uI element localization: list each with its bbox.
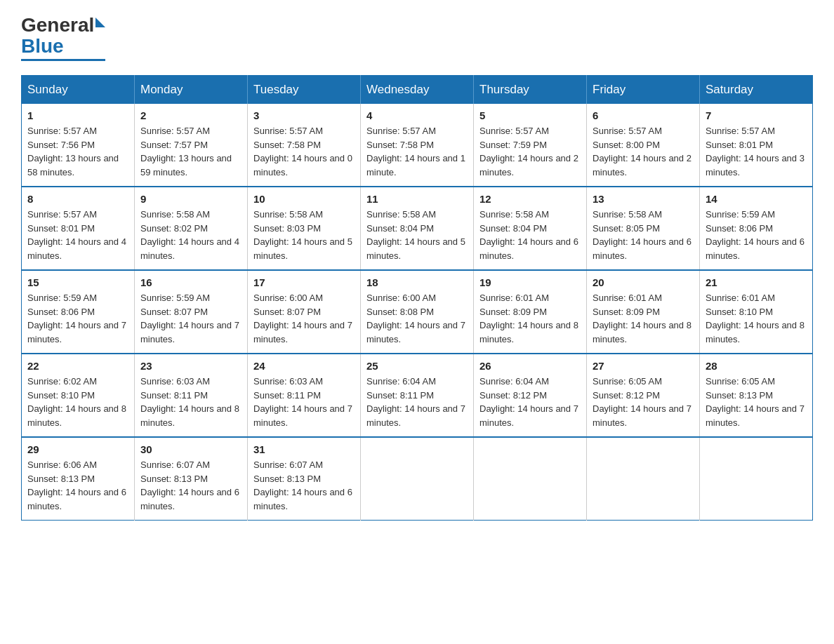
day-info: Sunrise: 5:57 AMSunset: 7:57 PMDaylight:… [140,124,241,179]
day-info: Sunrise: 6:04 AMSunset: 8:12 PMDaylight:… [479,375,581,429]
day-info: Sunrise: 5:59 AMSunset: 8:06 PMDaylight:… [706,208,807,262]
calendar-cell: 20Sunrise: 6:01 AMSunset: 8:09 PMDayligh… [587,270,700,354]
day-info: Sunrise: 6:01 AMSunset: 8:09 PMDaylight:… [593,291,694,346]
weekday-header-row: SundayMondayTuesdayWednesdayThursdayFrid… [22,76,813,105]
day-number: 9 [140,193,241,205]
day-info: Sunrise: 6:07 AMSunset: 8:13 PMDaylight:… [140,458,241,513]
day-number: 5 [479,109,581,121]
calendar-cell: 16Sunrise: 5:59 AMSunset: 8:07 PMDayligh… [135,270,248,354]
day-number: 28 [706,360,807,372]
calendar-cell: 2Sunrise: 5:57 AMSunset: 7:57 PMDaylight… [135,104,248,187]
day-number: 27 [593,360,694,372]
calendar-cell [700,437,813,521]
day-number: 25 [366,360,468,372]
calendar-cell: 31Sunrise: 6:07 AMSunset: 8:13 PMDayligh… [248,437,361,521]
day-number: 14 [706,193,807,205]
calendar-cell: 17Sunrise: 6:00 AMSunset: 8:07 PMDayligh… [248,270,361,354]
day-number: 23 [140,360,241,372]
day-info: Sunrise: 6:07 AMSunset: 8:13 PMDaylight:… [253,458,355,513]
calendar-cell: 10Sunrise: 5:58 AMSunset: 8:03 PMDayligh… [248,187,361,270]
day-info: Sunrise: 5:58 AMSunset: 8:04 PMDaylight:… [479,208,581,262]
day-info: Sunrise: 6:06 AMSunset: 8:13 PMDaylight:… [27,458,128,513]
day-number: 10 [253,193,355,205]
day-number: 19 [479,276,581,288]
weekday-header-saturday: Saturday [700,76,813,105]
day-number: 26 [479,360,581,372]
calendar-cell [361,437,474,521]
day-info: Sunrise: 5:58 AMSunset: 8:05 PMDaylight:… [593,208,694,262]
day-number: 17 [253,276,355,288]
day-info: Sunrise: 6:03 AMSunset: 8:11 PMDaylight:… [253,375,355,429]
logo-triangle-icon [95,18,105,27]
calendar-cell: 18Sunrise: 6:00 AMSunset: 8:08 PMDayligh… [361,270,474,354]
calendar-week-row: 15Sunrise: 5:59 AMSunset: 8:06 PMDayligh… [22,270,813,354]
weekday-header-thursday: Thursday [474,76,587,105]
day-number: 11 [366,193,468,205]
weekday-header-tuesday: Tuesday [248,76,361,105]
day-info: Sunrise: 5:58 AMSunset: 8:04 PMDaylight:… [366,208,468,262]
day-info: Sunrise: 6:05 AMSunset: 8:13 PMDaylight:… [706,375,807,429]
day-number: 21 [706,276,807,288]
calendar-cell: 5Sunrise: 5:57 AMSunset: 7:59 PMDaylight… [474,104,587,187]
day-info: Sunrise: 5:57 AMSunset: 7:58 PMDaylight:… [366,124,468,179]
calendar-cell: 19Sunrise: 6:01 AMSunset: 8:09 PMDayligh… [474,270,587,354]
calendar-cell: 7Sunrise: 5:57 AMSunset: 8:01 PMDaylight… [700,104,813,187]
calendar-cell: 21Sunrise: 6:01 AMSunset: 8:10 PMDayligh… [700,270,813,354]
day-info: Sunrise: 6:00 AMSunset: 8:07 PMDaylight:… [253,291,355,346]
calendar-cell: 13Sunrise: 5:58 AMSunset: 8:05 PMDayligh… [587,187,700,270]
calendar-cell [587,437,700,521]
calendar-week-row: 22Sunrise: 6:02 AMSunset: 8:10 PMDayligh… [22,354,813,437]
day-info: Sunrise: 6:00 AMSunset: 8:08 PMDaylight:… [366,291,468,346]
day-number: 18 [366,276,468,288]
calendar-cell: 1Sunrise: 5:57 AMSunset: 7:56 PMDaylight… [22,104,135,187]
day-number: 16 [140,276,241,288]
calendar-cell: 9Sunrise: 5:58 AMSunset: 8:02 PMDaylight… [135,187,248,270]
day-number: 4 [366,109,468,121]
logo-underline [21,59,105,61]
calendar-cell: 26Sunrise: 6:04 AMSunset: 8:12 PMDayligh… [474,354,587,437]
calendar-cell: 11Sunrise: 5:58 AMSunset: 8:04 PMDayligh… [361,187,474,270]
day-info: Sunrise: 5:57 AMSunset: 7:58 PMDaylight:… [253,124,355,179]
calendar-cell: 23Sunrise: 6:03 AMSunset: 8:11 PMDayligh… [135,354,248,437]
calendar-cell: 6Sunrise: 5:57 AMSunset: 8:00 PMDaylight… [587,104,700,187]
day-number: 6 [593,109,694,121]
day-info: Sunrise: 6:01 AMSunset: 8:10 PMDaylight:… [706,291,807,346]
calendar-cell: 15Sunrise: 5:59 AMSunset: 8:06 PMDayligh… [22,270,135,354]
day-number: 24 [253,360,355,372]
calendar-week-row: 1Sunrise: 5:57 AMSunset: 7:56 PMDaylight… [22,104,813,187]
calendar-cell: 29Sunrise: 6:06 AMSunset: 8:13 PMDayligh… [22,437,135,521]
logo: General Blue [21,14,105,61]
day-info: Sunrise: 6:05 AMSunset: 8:12 PMDaylight:… [593,375,694,429]
day-number: 8 [27,193,128,205]
day-info: Sunrise: 6:03 AMSunset: 8:11 PMDaylight:… [140,375,241,429]
day-number: 31 [253,443,355,455]
calendar-table: SundayMondayTuesdayWednesdayThursdayFrid… [21,75,813,521]
day-info: Sunrise: 5:58 AMSunset: 8:03 PMDaylight:… [253,208,355,262]
day-info: Sunrise: 5:58 AMSunset: 8:02 PMDaylight:… [140,208,241,262]
day-info: Sunrise: 5:57 AMSunset: 8:01 PMDaylight:… [27,208,128,262]
calendar-cell: 12Sunrise: 5:58 AMSunset: 8:04 PMDayligh… [474,187,587,270]
day-info: Sunrise: 6:02 AMSunset: 8:10 PMDaylight:… [27,375,128,429]
day-info: Sunrise: 5:59 AMSunset: 8:07 PMDaylight:… [140,291,241,346]
page-header: General Blue [21,14,813,61]
day-number: 20 [593,276,694,288]
day-number: 22 [27,360,128,372]
calendar-cell: 30Sunrise: 6:07 AMSunset: 8:13 PMDayligh… [135,437,248,521]
calendar-week-row: 8Sunrise: 5:57 AMSunset: 8:01 PMDaylight… [22,187,813,270]
weekday-header-monday: Monday [135,76,248,105]
calendar-cell: 4Sunrise: 5:57 AMSunset: 7:58 PMDaylight… [361,104,474,187]
calendar-cell: 8Sunrise: 5:57 AMSunset: 8:01 PMDaylight… [22,187,135,270]
day-number: 7 [706,109,807,121]
day-number: 2 [140,109,241,121]
calendar-week-row: 29Sunrise: 6:06 AMSunset: 8:13 PMDayligh… [22,437,813,521]
day-number: 30 [140,443,241,455]
day-number: 13 [593,193,694,205]
calendar-cell: 14Sunrise: 5:59 AMSunset: 8:06 PMDayligh… [700,187,813,270]
day-info: Sunrise: 5:57 AMSunset: 7:59 PMDaylight:… [479,124,581,179]
day-info: Sunrise: 6:04 AMSunset: 8:11 PMDaylight:… [366,375,468,429]
day-number: 3 [253,109,355,121]
calendar-cell [474,437,587,521]
day-info: Sunrise: 5:59 AMSunset: 8:06 PMDaylight:… [27,291,128,346]
calendar-cell: 22Sunrise: 6:02 AMSunset: 8:10 PMDayligh… [22,354,135,437]
calendar-cell: 24Sunrise: 6:03 AMSunset: 8:11 PMDayligh… [248,354,361,437]
